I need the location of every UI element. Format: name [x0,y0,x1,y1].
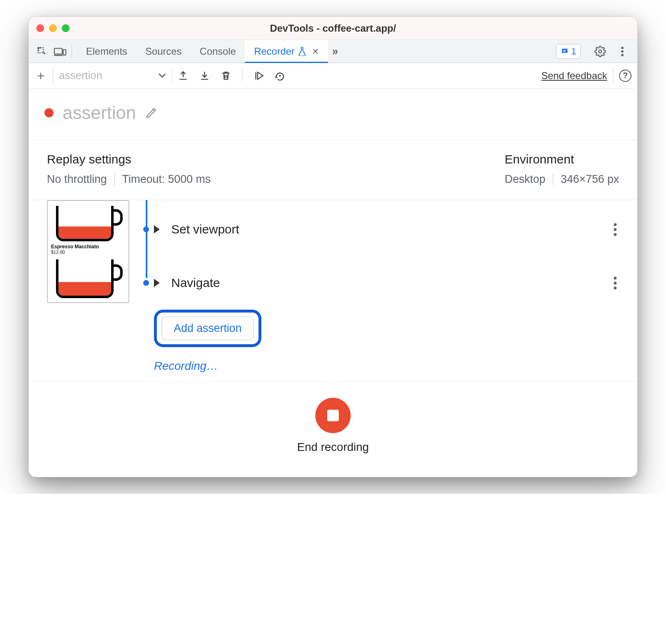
separator [72,44,72,58]
add-assertion-highlight: Add assertion [154,310,261,347]
issues-badge[interactable]: 1 [556,44,581,59]
timeout-value[interactable]: Timeout: 5000 ms [122,173,211,186]
svg-point-6 [599,50,602,53]
tab-label: Sources [145,46,182,57]
more-tabs-button[interactable]: » [328,40,342,63]
import-icon[interactable] [199,70,210,81]
separator [613,69,613,83]
send-feedback-link[interactable]: Send feedback [541,70,607,82]
delete-icon[interactable] [221,70,231,81]
svg-rect-1 [54,48,62,54]
tab-label: Elements [86,46,127,57]
svg-point-8 [621,50,624,53]
performance-replay-icon[interactable] [275,70,285,81]
svg-point-7 [621,47,624,49]
environment-heading: Environment [505,152,619,166]
edit-name-icon[interactable] [145,107,158,119]
recording-indicator-icon [44,108,54,117]
svg-point-10 [279,75,281,76]
new-recording-button[interactable]: ＋ [35,67,47,84]
chevron-down-icon [158,73,166,78]
tab-sources[interactable]: Sources [136,40,191,63]
separator [114,173,115,186]
kebab-menu-icon[interactable] [613,46,631,57]
step-label: Set viewport [171,222,239,236]
zoom-window-button[interactable] [62,24,70,32]
tab-recorder[interactable]: Recorder ✕ [245,40,328,63]
window-title: DevTools - coffee-cart.app/ [29,23,637,34]
tab-elements[interactable]: Elements [77,40,136,63]
environment-device: Desktop [505,173,545,186]
step-menu-button[interactable] [614,277,619,289]
stop-icon [327,410,339,421]
issues-count: 1 [571,46,576,57]
svg-rect-4 [563,50,566,51]
settings-bar: Replay settings No throttling Timeout: 5… [29,140,637,200]
step-label: Navigate [171,276,220,290]
timeline-node-icon [143,280,149,286]
help-icon[interactable]: ? [619,70,631,82]
recording-name: assertion [63,103,136,123]
expand-triangle-icon[interactable] [154,279,160,287]
separator [172,69,172,83]
device-toolbar-icon[interactable] [51,40,69,63]
recording-selector[interactable]: assertion [59,69,166,82]
thumb-item-price: $12.00 [51,250,125,254]
end-recording-button[interactable] [315,398,351,433]
timeline-rail [146,200,147,278]
svg-rect-5 [563,51,565,52]
page-thumbnail: ESPRESSO Espresso Macchiato $12.00 [47,200,129,303]
recording-header: assertion [29,89,637,140]
window-controls [36,24,70,32]
flask-icon [298,47,306,56]
devtools-window: DevTools - coffee-cart.app/ Elements Sou… [28,16,638,477]
titlebar: DevTools - coffee-cart.app/ [29,17,637,40]
close-window-button[interactable] [36,24,44,32]
expand-triangle-icon[interactable] [154,225,160,233]
separator [242,70,242,82]
inspect-element-icon[interactable] [33,40,51,63]
recording-status-text: Recording… [154,359,619,373]
replay-icon[interactable] [253,70,264,81]
settings-icon[interactable] [591,46,609,57]
separator [53,69,53,83]
svg-rect-2 [63,49,66,55]
close-tab-icon[interactable]: ✕ [312,47,319,56]
steps-timeline: Set viewport Navigate Add assertion Reco… [129,200,619,381]
export-icon[interactable] [178,70,189,81]
recorder-footer: End recording [29,381,637,477]
separator [553,173,553,186]
add-assertion-button[interactable]: Add assertion [162,317,254,340]
tab-console[interactable]: Console [191,40,245,63]
throttling-value[interactable]: No throttling [47,173,107,186]
end-recording-label: End recording [297,441,369,454]
recorder-body: ESPRESSO Espresso Macchiato $12.00 Set v… [29,200,637,381]
devtools-tabstrip: Elements Sources Console Recorder ✕ » 1 [29,40,637,63]
tab-label: Recorder [254,46,295,57]
replay-settings-heading: Replay settings [47,152,211,166]
thumb-cup-label: ESPRESSO [58,234,111,237]
recorder-toolbar: ＋ assertion Send feedback ? [29,63,637,89]
svg-point-9 [621,54,624,56]
step-menu-button[interactable] [614,223,619,236]
minimize-window-button[interactable] [49,24,57,32]
step-set-viewport[interactable]: Set viewport [154,215,619,244]
timeline-node-icon [143,226,149,232]
recording-selector-value: assertion [59,69,102,82]
environment-viewport: 346×756 px [561,173,619,186]
thumb-item-name: Espresso Macchiato [51,244,125,250]
tab-label: Console [200,46,236,57]
step-navigate[interactable]: Navigate [154,268,619,297]
